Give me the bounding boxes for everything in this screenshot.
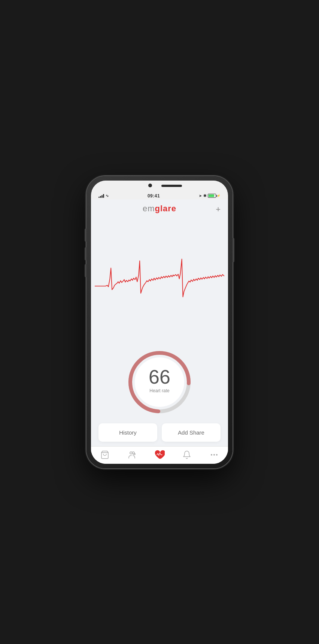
tab-alerts[interactable] [173, 450, 201, 460]
notch-area [91, 181, 228, 191]
status-right: ➤ ✱ ⚡ [199, 194, 221, 198]
logo-glare: glare [155, 204, 176, 213]
heart-rate-label: Heart rate [149, 388, 170, 393]
camera [148, 184, 152, 187]
status-left: ∿ [98, 194, 109, 198]
svg-point-4 [130, 452, 132, 454]
tab-more[interactable] [201, 450, 228, 460]
action-buttons: History Add Share [91, 420, 228, 446]
heart-rate-value: 66 [149, 367, 170, 387]
svg-point-9 [216, 454, 218, 456]
cart-icon [100, 450, 110, 460]
app-header: emglare + [91, 199, 228, 217]
svg-point-6 [134, 453, 135, 455]
bluetooth-icon: ✱ [203, 194, 206, 198]
logo-em: em [143, 204, 155, 213]
tab-community[interactable] [118, 450, 146, 460]
status-bar: ∿ 09:41 ➤ ✱ ⚡ [91, 191, 228, 199]
heart-ecg-icon [154, 450, 165, 460]
ecg-waveform [95, 253, 224, 312]
battery-indicator: ⚡ [208, 194, 221, 198]
add-button[interactable]: + [216, 202, 221, 214]
community-icon [127, 450, 137, 460]
app-content: emglare + [91, 199, 228, 464]
signal-bars-icon [98, 194, 104, 198]
battery-body [208, 194, 216, 198]
phone-screen: ∿ 09:41 ➤ ✱ ⚡ emglare + [91, 181, 228, 464]
wifi-icon: ∿ [106, 194, 109, 198]
gauge-center: 66 Heart rate [149, 367, 170, 393]
tab-bar [91, 446, 228, 464]
svg-point-8 [213, 454, 215, 456]
add-share-button[interactable]: Add Share [162, 423, 221, 442]
bell-icon [182, 450, 192, 460]
location-icon: ➤ [199, 194, 202, 198]
more-icon [209, 450, 219, 460]
svg-point-7 [211, 454, 212, 456]
gauge-area: 66 Heart rate [91, 348, 228, 420]
phone-device: ∿ 09:41 ➤ ✱ ⚡ emglare + [86, 176, 233, 468]
tab-heart[interactable] [146, 450, 173, 460]
app-logo: emglare [143, 204, 176, 214]
heart-rate-gauge: 66 Heart rate [126, 348, 193, 416]
history-button[interactable]: History [98, 423, 157, 442]
charging-bolt-icon: ⚡ [217, 194, 221, 197]
tab-cart[interactable] [91, 450, 118, 460]
ecg-area [91, 217, 228, 348]
battery-fill [209, 194, 214, 197]
status-time: 09:41 [148, 193, 160, 199]
speaker [161, 185, 182, 187]
